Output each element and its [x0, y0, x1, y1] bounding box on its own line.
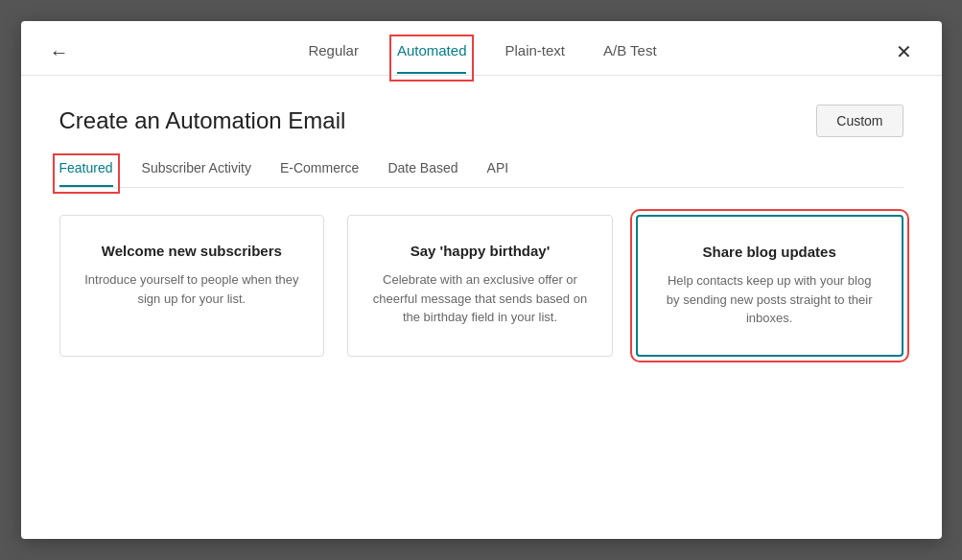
- modal: ← Regular Automated Plain-text A/B Test …: [21, 21, 942, 539]
- card-welcome[interactable]: Welcome new subscribers Introduce yourse…: [59, 215, 325, 357]
- back-button[interactable]: ←: [50, 41, 69, 75]
- sub-tab-api[interactable]: API: [487, 160, 509, 187]
- sub-tab-date-based[interactable]: Date Based: [387, 160, 458, 187]
- modal-header: ← Regular Automated Plain-text A/B Test …: [21, 21, 942, 76]
- card-blog-updates-desc: Help contacts keep up with your blog by …: [661, 271, 879, 328]
- modal-content: Create an Automation Email Custom Featur…: [21, 76, 942, 385]
- card-blog-updates-title: Share blog updates: [661, 244, 879, 260]
- card-birthday-desc: Celebrate with an exclusive offer or che…: [371, 270, 589, 327]
- tab-plain-text[interactable]: Plain-text: [504, 42, 565, 74]
- card-welcome-desc: Introduce yourself to people when they s…: [83, 270, 301, 308]
- sub-tab-featured[interactable]: Featured: [59, 160, 113, 187]
- sub-tab-e-commerce[interactable]: E-Commerce: [280, 160, 359, 187]
- card-welcome-title: Welcome new subscribers: [83, 243, 301, 259]
- cards-grid: Welcome new subscribers Introduce yourse…: [59, 215, 903, 357]
- tab-navigation: Regular Automated Plain-text A/B Test: [308, 42, 656, 74]
- content-header: Create an Automation Email Custom: [59, 105, 903, 137]
- custom-button[interactable]: Custom: [816, 105, 903, 137]
- sub-tab-subscriber-activity[interactable]: Subscriber Activity: [142, 160, 251, 187]
- modal-backdrop: ← Regular Automated Plain-text A/B Test …: [0, 0, 962, 560]
- card-birthday[interactable]: Say 'happy birthday' Celebrate with an e…: [347, 215, 613, 357]
- sub-tab-navigation: Featured Subscriber Activity E-Commerce …: [59, 160, 903, 188]
- card-blog-updates[interactable]: Share blog updates Help contacts keep up…: [636, 215, 903, 357]
- card-birthday-title: Say 'happy birthday': [371, 243, 589, 259]
- close-button[interactable]: ✕: [896, 40, 912, 75]
- page-title: Create an Automation Email: [59, 107, 346, 134]
- tab-automated[interactable]: Automated: [397, 42, 467, 74]
- tab-regular[interactable]: Regular: [308, 42, 359, 74]
- tab-ab-test[interactable]: A/B Test: [603, 42, 657, 74]
